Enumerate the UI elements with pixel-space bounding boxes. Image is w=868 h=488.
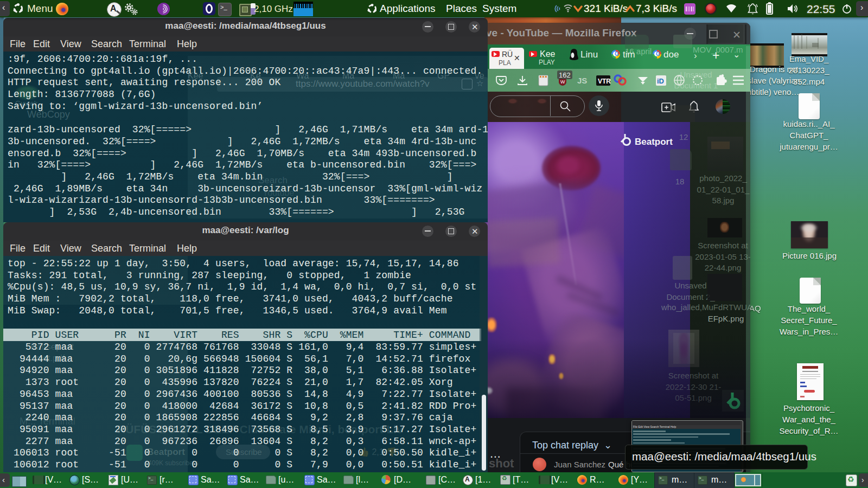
svg-text:VTR: VTR bbox=[598, 78, 611, 85]
svg-text:JS: JS bbox=[577, 76, 587, 85]
svg-text:Beatport: Beatport bbox=[635, 137, 673, 147]
svg-text:iD: iD bbox=[657, 77, 664, 85]
svg-text:162: 162 bbox=[559, 71, 571, 79]
svg-text:W: W bbox=[560, 79, 565, 85]
